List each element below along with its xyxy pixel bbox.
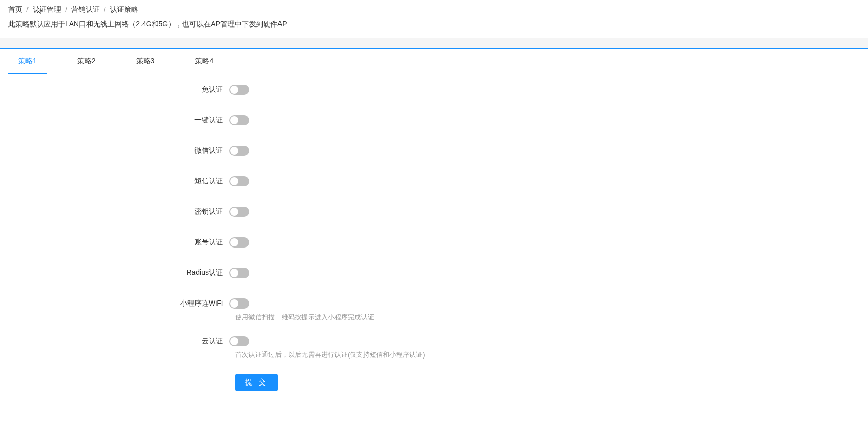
toggle-one-click-auth[interactable]	[229, 115, 249, 125]
breadcrumb-separator: /	[104, 6, 106, 14]
desc-cloud-auth: 首次认证通过后，以后无需再进行认证(仅支持短信和小程序认证)	[235, 350, 438, 360]
breadcrumb: 首页 / 认证管理 / 营销认证 / 认证策略	[8, 5, 860, 14]
label-key-auth: 密钥认证	[20, 207, 229, 216]
tab-strategy-4[interactable]: 策略4	[185, 49, 223, 74]
toggle-miniprogram-wifi[interactable]	[229, 298, 249, 309]
form-row-radius-auth: Radius认证	[20, 268, 438, 278]
tab-strategy-3[interactable]: 策略3	[126, 49, 165, 74]
tabs-bar: 策略1 策略2 策略3 策略4	[0, 49, 868, 74]
form-row-wechat-auth: 微信认证	[20, 146, 438, 156]
desc-miniprogram-wifi: 使用微信扫描二维码按提示进入小程序完成认证	[235, 313, 438, 322]
submit-button[interactable]: 提 交	[235, 374, 278, 391]
section-gap	[0, 38, 868, 48]
toggle-radius-auth[interactable]	[229, 268, 249, 278]
tab-strategy-2[interactable]: 策略2	[67, 49, 106, 74]
submit-row: 提 交	[235, 374, 438, 391]
label-wechat-auth: 微信认证	[20, 146, 229, 155]
form-container: 免认证 一键认证 微信认证 短信认证 密钥认证	[0, 74, 458, 401]
label-sms-auth: 短信认证	[20, 177, 229, 186]
label-account-auth: 账号认证	[20, 238, 229, 247]
toggle-key-auth[interactable]	[229, 207, 249, 217]
label-no-auth: 免认证	[20, 85, 229, 94]
breadcrumb-separator: /	[26, 6, 29, 14]
label-cloud-auth: 云认证	[20, 337, 229, 346]
content-section: 策略1 策略2 策略3 策略4 免认证 一键认证 微信认证 短信认证	[0, 48, 868, 401]
toggle-sms-auth[interactable]	[229, 176, 249, 186]
form-row-cloud-auth: 云认证	[20, 336, 438, 346]
label-one-click-auth: 一键认证	[20, 116, 229, 125]
header-section: 首页 / 认证管理 / 营销认证 / 认证策略 此策略默认应用于LAN口和无线主…	[0, 0, 868, 38]
form-row-miniprogram-wifi: 小程序连WiFi	[20, 298, 438, 309]
toggle-cloud-auth[interactable]	[229, 336, 249, 346]
toggle-wechat-auth[interactable]	[229, 146, 249, 156]
form-row-account-auth: 账号认证	[20, 237, 438, 248]
label-miniprogram-wifi: 小程序连WiFi	[20, 299, 229, 308]
form-row-sms-auth: 短信认证	[20, 176, 438, 186]
breadcrumb-auth-mgmt[interactable]: 认证管理	[33, 5, 61, 14]
form-row-one-click-auth: 一键认证	[20, 115, 438, 125]
label-radius-auth: Radius认证	[20, 268, 229, 278]
breadcrumb-separator: /	[65, 6, 67, 14]
breadcrumb-current: 认证策略	[110, 5, 138, 14]
tab-strategy-1[interactable]: 策略1	[8, 49, 47, 74]
form-row-key-auth: 密钥认证	[20, 207, 438, 217]
toggle-account-auth[interactable]	[229, 237, 249, 248]
toggle-no-auth[interactable]	[229, 85, 249, 95]
breadcrumb-marketing-auth[interactable]: 营销认证	[71, 5, 100, 14]
breadcrumb-home[interactable]: 首页	[8, 5, 22, 14]
form-row-no-auth: 免认证	[20, 85, 438, 95]
page-description: 此策略默认应用于LAN口和无线主网络（2.4G和5G），也可以在AP管理中下发到…	[8, 18, 860, 30]
